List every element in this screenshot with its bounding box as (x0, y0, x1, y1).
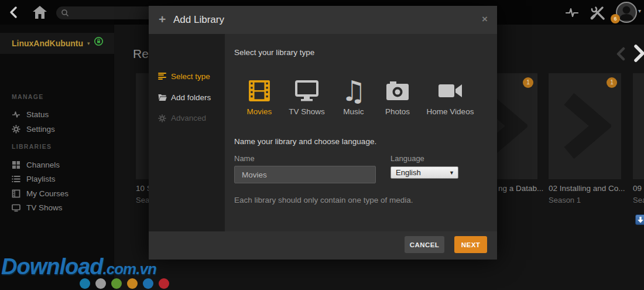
home-icon (32, 4, 48, 21)
search-icon (61, 9, 69, 17)
dot (80, 278, 90, 289)
sidebar-item-label: Channels (26, 161, 60, 169)
name-language-prompt: Name your library and choose language. (234, 137, 376, 146)
sidebar-item-settings[interactable]: Settings (0, 122, 114, 136)
video-camera-icon (421, 77, 479, 105)
notification-badge: 6 (611, 14, 620, 23)
sidebar-item-playlists[interactable]: Playlists (0, 172, 114, 186)
media-card[interactable]: 1 (549, 73, 621, 179)
sidebar-item-label: TV Shows (26, 203, 63, 212)
dialog-footer: CANCEL NEXT (149, 231, 497, 260)
count-badge: 1 (523, 77, 533, 88)
name-label: Name (234, 154, 255, 163)
secure-connection-icon (94, 36, 104, 46)
media-type-note: Each library should only contain one typ… (234, 196, 413, 204)
dialog-steps: Select type Add folders Advanced (149, 34, 225, 231)
dot (95, 278, 106, 289)
type-home-videos[interactable]: Home Videos (421, 77, 479, 116)
cancel-button[interactable]: CANCEL (405, 236, 444, 253)
sidebar-item-label: Settings (26, 125, 55, 134)
poster-placeholder-icon (559, 91, 611, 161)
plus-icon: + (159, 12, 166, 26)
dot (159, 278, 169, 289)
add-library-dialog: + Add Library × Select type Add folders (149, 6, 497, 260)
dot (127, 278, 138, 289)
tools-button[interactable] (590, 5, 605, 21)
card-subtitle: Season 1 (549, 196, 581, 204)
next-button[interactable]: NEXT (454, 236, 487, 253)
library-type-prompt: Select your library type (234, 48, 314, 57)
dialog-title: Add Library (173, 14, 224, 26)
list-lines-icon (158, 73, 167, 80)
film-icon (12, 189, 20, 198)
count-badge: 1 (607, 77, 617, 88)
type-label: Home Videos (421, 107, 479, 116)
language-select[interactable]: English ▼ (390, 166, 458, 179)
activity-button[interactable] (565, 5, 580, 21)
camera-icon (368, 77, 427, 105)
chevron-left-icon (7, 5, 21, 19)
tv-icon (12, 203, 20, 212)
dot (143, 278, 153, 289)
language-value: English (396, 168, 421, 177)
section-manage: MANAGE (12, 93, 43, 100)
playlist-icon (12, 175, 20, 183)
plex-app: 6 ▾ LinuxAndKubuntu ▾ MANAGE Status (0, 0, 644, 290)
grid-icon (12, 161, 20, 169)
app-sidebar: LinuxAndKubuntu ▾ MANAGE Status (0, 25, 114, 290)
activity-icon (565, 5, 579, 19)
type-photos[interactable]: Photos (368, 77, 427, 116)
gear-icon (158, 114, 167, 122)
card-title[interactable]: ng a Datab... (498, 184, 543, 193)
media-card[interactable] (633, 73, 644, 179)
server-name: LinuxAndKubuntu (12, 39, 83, 48)
sidebar-item-channels[interactable]: Channels (0, 158, 114, 172)
card-title[interactable]: 02 Installing and Co... (549, 184, 625, 193)
sidebar-item-status[interactable]: Status (0, 107, 114, 121)
section-libraries: LIBRARIES (12, 143, 52, 150)
card-subtitle: Sea (633, 196, 644, 204)
server-caret-icon: ▾ (87, 40, 90, 46)
dialog-header: + Add Library × (149, 6, 497, 34)
status-activity-icon (12, 110, 20, 119)
step-label: Add folders (171, 93, 211, 102)
account-caret-icon[interactable]: ▾ (638, 8, 641, 14)
sidebar-item-label: Status (26, 110, 49, 119)
folder-icon (158, 94, 167, 101)
step-label: Advanced (171, 114, 206, 122)
tools-icon (590, 5, 605, 21)
step-label: Select type (171, 72, 210, 81)
gear-icon (12, 125, 20, 134)
close-icon[interactable]: × (482, 13, 488, 25)
step-add-folders[interactable]: Add folders (158, 91, 211, 103)
back-button[interactable] (7, 5, 21, 19)
card-title[interactable]: 09 S (633, 184, 644, 193)
sidebar-item-label: My Courses (26, 189, 68, 198)
language-label: Language (390, 154, 424, 163)
type-label: Photos (368, 107, 427, 116)
home-button[interactable] (32, 4, 48, 21)
library-name-input[interactable] (234, 166, 376, 183)
sidebar-item-tv-shows[interactable]: TV Shows (0, 200, 114, 214)
select-arrow-icon: ▼ (449, 170, 454, 176)
sidebar-item-my-courses[interactable]: My Courses (0, 186, 114, 200)
dot (111, 278, 122, 289)
step-advanced[interactable]: Advanced (158, 112, 206, 124)
paginate-prev-button[interactable] (615, 47, 627, 61)
sidebar-item-label: Playlists (26, 175, 56, 183)
paginate-next-button[interactable] (632, 45, 644, 62)
step-select-type[interactable]: Select type (158, 70, 210, 82)
watermark-dots (80, 278, 169, 289)
download-arrow-icon (635, 214, 644, 225)
